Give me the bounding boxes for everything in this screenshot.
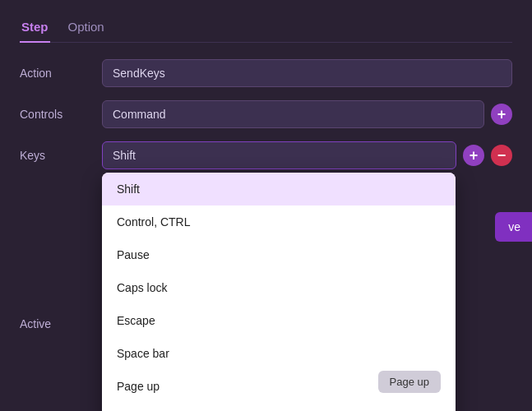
controls-select[interactable]: Command	[102, 100, 484, 128]
tab-option[interactable]: Option	[67, 12, 106, 42]
tooltip-page-up: Page up	[378, 371, 441, 393]
keys-add-button[interactable]: +	[463, 145, 484, 166]
dropdown-item-control-ctrl[interactable]: Control, CTRL	[102, 206, 456, 238]
action-row: Action	[20, 59, 512, 87]
controls-label: Controls	[20, 108, 102, 121]
save-button[interactable]: ve	[495, 212, 532, 242]
action-input[interactable]	[102, 59, 512, 87]
controls-add-button[interactable]: +	[491, 104, 512, 125]
dropdown-item-shift[interactable]: Shift	[102, 173, 456, 206]
keys-row: Keys + − Shift Control, CTRL Pause Caps …	[20, 141, 512, 169]
keys-label: Keys	[20, 149, 102, 162]
active-label: Active	[20, 317, 102, 330]
controls-row: Controls Command +	[20, 100, 512, 128]
keys-input[interactable]	[102, 141, 456, 169]
keys-remove-button[interactable]: −	[491, 145, 512, 166]
form-body: Action Controls Command + Keys	[20, 43, 512, 169]
tab-step[interactable]: Step	[20, 12, 50, 42]
dropdown-item-space-bar[interactable]: Space bar	[102, 337, 456, 370]
keys-dropdown: Shift Control, CTRL Pause Caps lock Esca…	[102, 173, 456, 411]
tabs-bar: Step Option	[20, 0, 512, 43]
action-label: Action	[20, 67, 102, 80]
main-container: Step Option Action Controls Command +	[0, 0, 532, 411]
dropdown-item-caps-lock[interactable]: Caps lock	[102, 271, 456, 304]
controls-input-wrapper: Command +	[102, 100, 512, 128]
keys-field: + − Shift Control, CTRL Pause Caps lock …	[102, 141, 512, 169]
action-field	[102, 59, 512, 87]
controls-field: Command +	[102, 100, 512, 128]
save-button-area: ve	[495, 212, 532, 242]
dropdown-item-page-up[interactable]: Page up Page up	[102, 370, 456, 403]
dropdown-item-page-down[interactable]: Page down	[102, 403, 456, 411]
keys-input-wrapper: + −	[102, 141, 512, 169]
dropdown-item-pause[interactable]: Pause	[102, 238, 456, 271]
dropdown-item-escape[interactable]: Escape	[102, 304, 456, 337]
